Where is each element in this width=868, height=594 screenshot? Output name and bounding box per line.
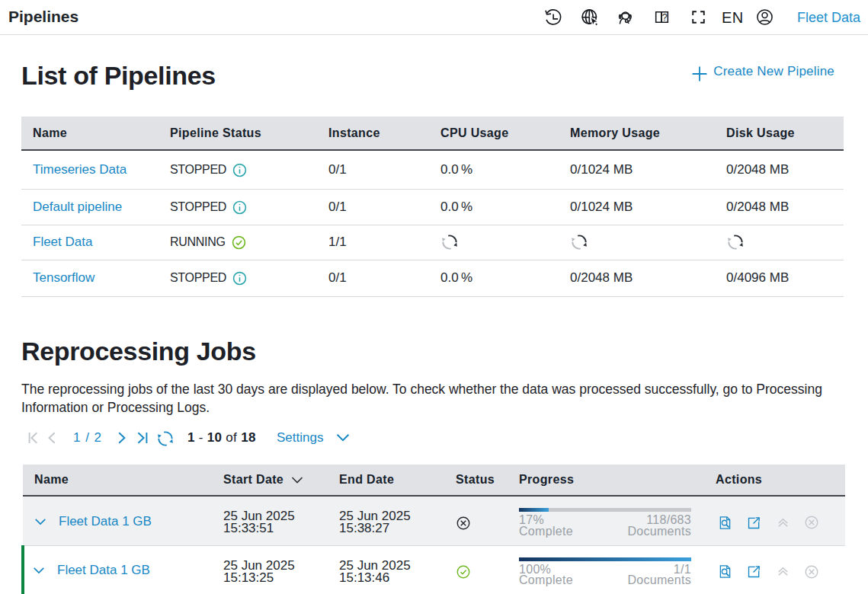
- svg-text:?: ?: [662, 12, 668, 23]
